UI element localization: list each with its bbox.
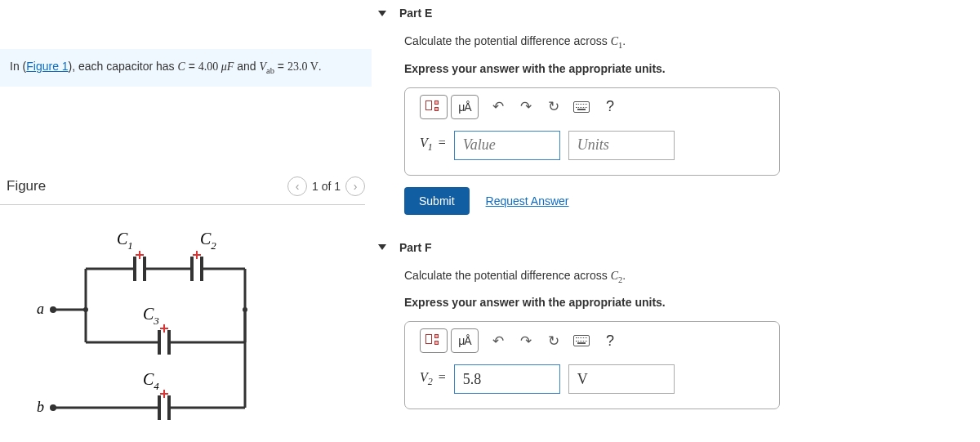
svg-text:C2: C2 — [200, 230, 216, 252]
units-symbol-button[interactable]: μÅ — [451, 95, 479, 119]
text: = — [185, 60, 198, 73]
question-text: Calculate the potential difference acros… — [404, 267, 780, 287]
value-input[interactable] — [454, 364, 560, 394]
var: C — [177, 60, 185, 73]
variable-label: V1 = — [420, 136, 446, 154]
circuit-figure: a b C1 C2 — [20, 220, 290, 424]
problem-context: In (Figure 1), each capacitor has C = 4.… — [0, 49, 372, 87]
part-f-header[interactable]: Part F — [372, 234, 980, 261]
keyboard-button[interactable] — [573, 333, 590, 349]
keyboard-icon — [573, 101, 590, 113]
sub: ab — [266, 66, 274, 75]
text: . — [318, 60, 322, 73]
units-input[interactable] — [568, 364, 675, 394]
templates-icon — [424, 99, 443, 115]
undo-button[interactable]: ↶ — [490, 333, 506, 349]
svg-text:C3: C3 — [143, 305, 159, 327]
prev-figure-button[interactable]: ‹ — [287, 176, 307, 196]
question-text: Calculate the potential difference acros… — [404, 33, 780, 52]
svg-text:C4: C4 — [143, 370, 159, 392]
part-e-header[interactable]: Part E — [372, 0, 980, 26]
svg-text:b: b — [37, 399, 44, 415]
instruction-text: Express your answer with the appropriate… — [404, 60, 780, 78]
figure-link[interactable]: Figure 1 — [26, 60, 68, 73]
text: ), each capacitor has — [69, 60, 178, 73]
val: 23.0 V — [287, 60, 318, 73]
templates-icon — [424, 333, 443, 349]
val: 4.00 — [198, 60, 221, 73]
reset-button[interactable]: ↻ — [546, 333, 562, 349]
text: and — [234, 60, 259, 73]
figure-heading: Figure — [7, 178, 46, 194]
answer-frame: μÅ ↶ ↷ ↻ ? V1 = — [404, 87, 780, 176]
instruction-text: Express your answer with the appropriate… — [404, 294, 780, 311]
micro-angstrom-icon: μÅ — [458, 100, 470, 114]
micro-angstrom-icon: μÅ — [458, 334, 470, 347]
templates-button[interactable] — [420, 95, 448, 119]
undo-button[interactable]: ↶ — [490, 99, 506, 115]
next-figure-button[interactable]: › — [345, 176, 365, 196]
units-symbol-button[interactable]: μÅ — [451, 328, 479, 353]
templates-button[interactable] — [420, 328, 448, 353]
variable-label: V2 = — [420, 370, 446, 388]
submit-button[interactable]: Submit — [404, 187, 470, 215]
svg-text:C1: C1 — [117, 230, 133, 252]
var: V — [260, 60, 267, 73]
pager-text: 1 of 1 — [312, 180, 341, 193]
part-label: Part F — [399, 241, 432, 254]
chevron-down-icon — [378, 11, 386, 16]
redo-button[interactable]: ↷ — [518, 99, 534, 115]
keyboard-button[interactable] — [573, 99, 590, 115]
request-answer-link[interactable]: Request Answer — [486, 194, 569, 208]
help-button[interactable]: ? — [606, 98, 614, 115]
reset-button[interactable]: ↻ — [546, 99, 562, 115]
answer-frame: μÅ ↶ ↷ ↻ ? V2 = — [404, 321, 780, 409]
figure-pager: ‹ 1 of 1 › — [287, 176, 365, 196]
svg-point-29 — [83, 307, 88, 312]
svg-text:a: a — [37, 301, 44, 317]
chevron-down-icon — [378, 244, 386, 250]
divider — [0, 204, 365, 205]
text: In ( — [10, 60, 26, 73]
redo-button[interactable]: ↷ — [518, 333, 534, 349]
value-input[interactable] — [454, 131, 560, 160]
units-input[interactable] — [568, 131, 675, 160]
help-button[interactable]: ? — [606, 333, 614, 350]
text: = — [274, 60, 287, 73]
unit: μF — [221, 60, 234, 73]
part-label: Part E — [399, 7, 432, 20]
keyboard-icon — [573, 335, 590, 346]
